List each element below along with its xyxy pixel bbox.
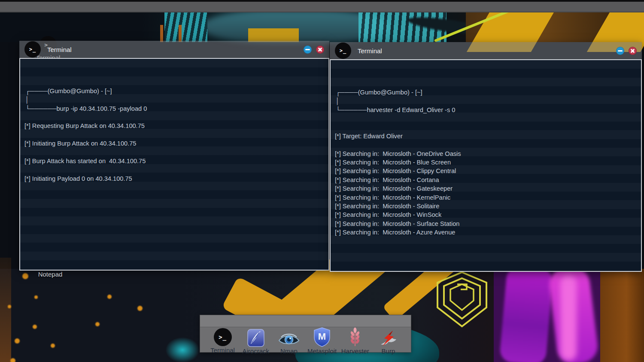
terminal-line: └──────burp -ip 40.34.100.75 -payload 0 (25, 104, 322, 113)
window-titlebar[interactable]: >_ Terminal (19, 41, 329, 58)
minimize-button[interactable] (304, 46, 312, 54)
terminal-line (24, 165, 322, 174)
terminal-line (24, 148, 322, 157)
close-button[interactable] (629, 47, 637, 55)
terminal-window-left: >_ Terminal ┌────(Gumbo@Gumbo) - [~]│└──… (19, 41, 329, 271)
terminal-line: └──────harvester -d Edward_Oliver -s 0 (336, 106, 635, 114)
terminal-line: [*] Burp Attack has started on 40.34.100… (24, 157, 322, 165)
dock-item-label: Harvester (341, 347, 369, 355)
wallpaper-shape (33, 325, 37, 329)
wallpaper-shape (10, 358, 15, 362)
wallpaper-shape (51, 344, 55, 348)
desktop-icon-label: Notepad (24, 271, 76, 278)
wallpaper-shape (160, 25, 163, 42)
wallpaper-shape (179, 25, 182, 42)
terminal-line (335, 114, 635, 123)
dock-items: >_ Terminal Airocrack (200, 327, 411, 355)
window-titlebar[interactable]: >_ Terminal (330, 42, 642, 59)
dock-item-label: Terminal (210, 347, 235, 354)
terminal-line (24, 131, 322, 139)
dock-item-terminal[interactable]: >_ Terminal (206, 328, 239, 355)
nmap-icon (278, 328, 300, 347)
terminal-line: [*] Searching in: Microsloth - Surface S… (335, 219, 635, 228)
wallpaper-shape (137, 306, 143, 311)
harvester-icon (349, 328, 361, 347)
terminal-line: │ (336, 97, 635, 105)
wallpaper-shape (164, 12, 207, 42)
wallpaper-shape (34, 295, 38, 299)
terminal-line: [*] Searching in: Microsloth - Azure Ave… (335, 228, 635, 237)
top-panel (0, 0, 644, 12)
dock-item-burp[interactable]: Burp (372, 328, 405, 355)
terminal-line: [*] Initiating Burp Attack on 40.34.100.… (24, 139, 322, 148)
svg-text:M: M (318, 331, 326, 342)
terminal-icon: >_ (214, 328, 232, 346)
window-title: Terminal (358, 47, 382, 55)
dock-item-label: Burp (382, 347, 395, 355)
terminal-line: [*] Searching in: Microsloth - WinSock (335, 210, 635, 219)
minimize-icon (618, 50, 623, 52)
wallpaper-shape (165, 337, 200, 362)
terminal-line: ┌────(Gumbo@Gumbo) - [~] (25, 87, 322, 95)
terminal-icon: >_ (335, 43, 351, 59)
wallpaper-shape (0, 258, 11, 362)
terminal-line: ┌────(Gumbo@Gumbo) - [~] (336, 88, 635, 97)
dock-item-label: Airocrack (243, 347, 270, 355)
dock-item-nmap[interactable]: Nmap (272, 328, 305, 355)
dock-item-label: Metasploit (307, 347, 337, 355)
minimize-icon (305, 49, 310, 50)
wallpaper-shape (499, 265, 553, 362)
terminal-line (335, 140, 635, 149)
wallpaper-shape (600, 269, 644, 362)
wallpaper-shape (107, 295, 112, 299)
wallpaper-shape (560, 275, 577, 361)
close-button[interactable] (316, 46, 324, 54)
terminal-line: [*] Searching in: Microsloth - Cortana (335, 176, 635, 184)
terminal-line: [*] Initiating Payload 0 on 40.34.100.75 (24, 174, 322, 183)
terminal-line: [*] Searching in: Microsloth - OneDrive … (335, 149, 635, 158)
window-controls (616, 47, 637, 55)
wallpaper-shape (248, 28, 299, 42)
dock-item-metasploit[interactable]: M Metasploit (306, 328, 339, 355)
window-title: Terminal (47, 46, 72, 53)
terminal-line: [*] Searching in: Microsloth - KernelPan… (335, 193, 635, 202)
wallpaper-emblem (436, 271, 488, 328)
terminal-window-right: >_ Terminal ┌────(Gumbo@Gumbo) - [~]│└──… (330, 42, 642, 272)
window-controls (304, 46, 324, 54)
dock-item-label: Nmap (280, 347, 298, 355)
burp-icon (378, 328, 398, 347)
terminal-line: [*] Requesting Burp Attack on 40.34.100.… (24, 122, 322, 130)
dock-item-airocrack[interactable]: Airocrack (239, 328, 272, 355)
wallpaper-shape (15, 338, 20, 344)
dock-item-harvester[interactable]: Harvester (339, 328, 372, 355)
terminal-icon: >_ (24, 41, 41, 58)
terminal-line: [*] Searching in: Microsloth - Gateskeep… (335, 184, 635, 193)
dock: >_ Terminal Airocrack (200, 315, 411, 353)
minimize-button[interactable] (616, 47, 624, 55)
terminal-line: │ (25, 95, 322, 104)
terminal-line: [*] Searching in: Microsloth - Blue Scre… (335, 158, 635, 167)
wallpaper-shape (95, 322, 100, 326)
dock-handle[interactable] (200, 315, 411, 327)
terminal-output[interactable]: ┌────(Gumbo@Gumbo) - [~]│└──────burp -ip… (19, 58, 329, 271)
airocrack-icon (247, 328, 264, 347)
terminal-line (24, 113, 322, 122)
wallpaper-shape (8, 305, 11, 308)
terminal-line: [*] Target: Edward Oliver (335, 132, 635, 140)
terminal-line (335, 123, 635, 131)
metasploit-icon: M (313, 328, 331, 347)
terminal-output[interactable]: ┌────(Gumbo@Gumbo) - [~]│└──────harveste… (330, 59, 642, 272)
terminal-line: [*] Searching in: Microsloth - Solitaire (335, 202, 635, 210)
terminal-line: [*] Searching in: Microsloth - Clippy Ce… (335, 167, 635, 175)
